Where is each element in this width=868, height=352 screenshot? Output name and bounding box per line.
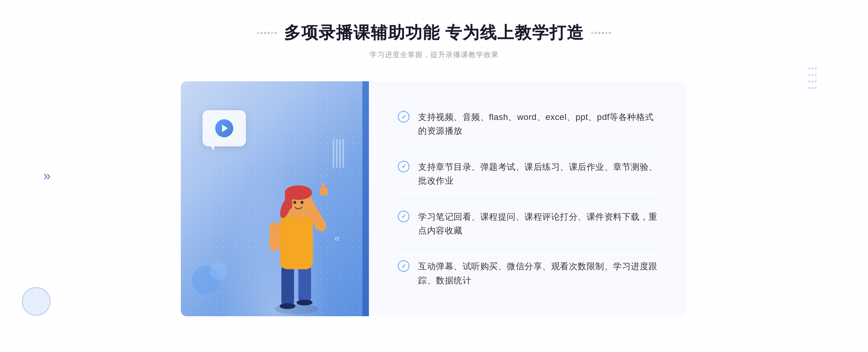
play-icon [215,119,233,137]
decorative-semicircle [22,287,51,316]
left-decoration [257,32,277,34]
feature-text-1: 支持视频、音频、flash、word、excel、ppt、pdf等各种格式的资源… [418,110,658,138]
page-container: » 多项录播课辅助功能 专为线上教学打造 学习进度全掌握，提升录播课教学效果 [0,0,868,352]
svg-point-13 [301,201,303,204]
check-icon-2 [398,161,409,172]
feature-item: 学习笔记回看、课程提问、课程评论打分、课件资料下载，重点内容收藏 [398,199,658,249]
title-row: 多项录播课辅助功能 专为线上教学打造 [257,22,611,44]
right-decoration [591,32,611,34]
svg-rect-1 [281,266,294,305]
feature-text-2: 支持章节目录、弹题考试、课后练习、课后作业、章节测验、批改作业 [418,160,658,188]
svg-rect-2 [298,266,311,302]
speech-bubble [203,110,246,146]
right-dots-decoration [808,65,817,91]
svg-point-4 [297,300,312,305]
svg-rect-15 [322,183,325,193]
svg-point-3 [280,303,295,309]
feature-text-4: 互动弹幕、试听购买、微信分享、观看次数限制、学习进度跟踪、数据统计 [418,259,658,287]
accent-bar [362,81,369,316]
deco-lines [333,139,347,168]
check-icon-3 [398,211,409,222]
features-container: 支持视频、音频、flash、word、excel、ppt、pdf等各种格式的资源… [369,81,687,316]
illustration-container: « [181,81,369,316]
content-area: « 支持视频、音频、flash、word、excel、ppt、pdf等各种格式的… [181,81,687,316]
svg-rect-7 [269,222,280,251]
page-subtitle: 学习进度全掌握，提升录播课教学效果 [257,50,611,60]
check-icon-4 [398,260,409,272]
svg-rect-5 [280,215,313,269]
deco-circle-2 [210,262,228,280]
left-arrow-decoration: » [43,168,51,184]
feature-item: 互动弹幕、试听购买、微信分享、观看次数限制、学习进度跟踪、数据统计 [398,249,658,298]
svg-point-12 [293,201,296,204]
feature-item: 支持视频、音频、flash、word、excel、ppt、pdf等各种格式的资源… [398,99,658,149]
page-title: 多项录播课辅助功能 专为线上教学打造 [284,22,584,44]
check-icon-1 [398,111,409,123]
feature-item: 支持章节目录、弹题考试、课后练习、课后作业、章节测验、批改作业 [398,149,658,199]
feature-text-3: 学习笔记回看、课程提问、课程评论打分、课件资料下载，重点内容收藏 [418,210,658,238]
header-section: 多项录播课辅助功能 专为线上教学打造 学习进度全掌握，提升录播课教学效果 [257,22,611,60]
deco-arrows: « [334,232,340,244]
